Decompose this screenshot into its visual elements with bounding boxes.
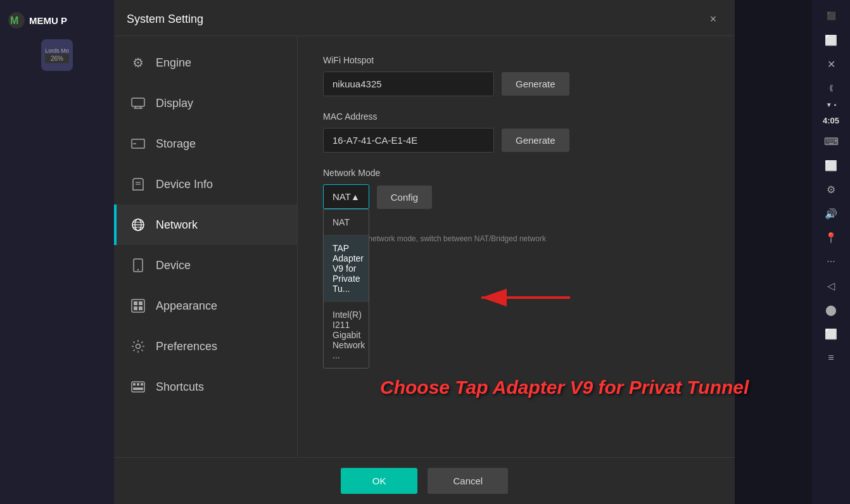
svg-point-23 bbox=[136, 344, 141, 349]
recents-button[interactable]: ⬜ bbox=[818, 323, 844, 344]
dialog-close-button[interactable]: × bbox=[704, 10, 722, 28]
download-badge: 26% bbox=[45, 54, 69, 63]
svg-rect-25 bbox=[133, 383, 136, 386]
nav-label-preferences: Preferences bbox=[156, 340, 217, 353]
generate-wifi-button[interactable]: Generate bbox=[502, 72, 569, 96]
nav-item-device[interactable]: Device bbox=[114, 245, 297, 286]
network-mode-dropdown-wrapper: NAT ▲ NAT TAP Adapter V9 for Private Tu.… bbox=[323, 184, 369, 209]
network-icon bbox=[129, 216, 147, 234]
network-mode-row: NAT ▲ NAT TAP Adapter V9 for Private Tu.… bbox=[323, 184, 709, 209]
back-button[interactable]: ◁ bbox=[818, 275, 844, 296]
nav-label-network: Network bbox=[156, 218, 198, 232]
nav-sidebar: ⚙ Engine Display Storage bbox=[114, 36, 298, 457]
nav-label-device-info: Device Info bbox=[156, 178, 213, 191]
network-mode-dropdown[interactable]: NAT ▲ bbox=[323, 184, 369, 209]
maximize-button[interactable]: ⬜ bbox=[818, 29, 844, 51]
nav-item-display[interactable]: Display bbox=[114, 83, 297, 123]
wifi-icon: ▼ bbox=[826, 101, 832, 108]
fast-forward-button[interactable]: ⟪ bbox=[818, 77, 844, 99]
right-toolbar: ⬛ ⬜ ✕ ⟪ ▼ ▪ 4:05 ⌨ ⬜ ⚙ 🔊 📍 ··· ◁ ⬤ ⬜ ≡ bbox=[812, 0, 850, 504]
dropdown-option-nat[interactable]: NAT bbox=[324, 210, 369, 236]
nav-label-shortcuts: Shortcuts bbox=[156, 381, 204, 394]
toolbar-time: 4:05 bbox=[823, 116, 839, 125]
wifi-hotspot-input[interactable] bbox=[323, 72, 494, 96]
device-info-icon bbox=[129, 175, 147, 193]
dialog-footer: OK Cancel bbox=[114, 457, 735, 504]
wifi-hotspot-label: WiFi Hotspot bbox=[323, 55, 709, 65]
app-sidebar: M MEMU P Lords Mo 26% bbox=[0, 0, 114, 504]
status-icons: ▼ ▪ bbox=[826, 101, 836, 108]
nav-label-display: Display bbox=[156, 97, 193, 110]
svg-text:M: M bbox=[10, 15, 18, 26]
more-button[interactable]: ··· bbox=[818, 251, 844, 272]
nav-item-engine[interactable]: ⚙ Engine bbox=[114, 42, 297, 83]
svg-rect-21 bbox=[134, 306, 137, 310]
dropdown-option-intel[interactable]: Intel(R) I211 Gigabit Network ... bbox=[324, 302, 369, 368]
dialog-title: System Setting bbox=[127, 13, 203, 26]
game-thumbnail[interactable]: Lords Mo 26% bbox=[41, 39, 73, 71]
device-icon bbox=[129, 256, 147, 274]
preferences-icon bbox=[129, 337, 147, 355]
network-mode-label: Network Mode bbox=[323, 168, 709, 178]
generate-mac-button[interactable]: Generate bbox=[502, 129, 569, 152]
keyboard-button[interactable]: ⌨ bbox=[818, 130, 844, 152]
svg-rect-22 bbox=[139, 306, 143, 310]
app-logo: M MEMU P bbox=[0, 6, 114, 34]
nav-label-device: Device bbox=[156, 259, 191, 272]
nav-label-storage: Storage bbox=[156, 137, 196, 151]
shortcuts-icon bbox=[129, 378, 147, 396]
nav-item-storage[interactable]: Storage bbox=[114, 123, 297, 164]
config-button[interactable]: Config bbox=[377, 186, 432, 209]
minimize-button[interactable]: ⬛ bbox=[818, 5, 844, 27]
content-area: WiFi Hotspot Generate MAC Address Genera… bbox=[298, 36, 735, 457]
mac-address-row: Generate bbox=[323, 128, 709, 153]
cancel-button[interactable]: Cancel bbox=[428, 468, 508, 494]
modal-overlay: System Setting × ⚙ Engine Display bbox=[114, 0, 812, 504]
svg-rect-20 bbox=[139, 301, 143, 305]
menu-lines-button[interactable]: ≡ bbox=[818, 347, 844, 369]
network-mode-value: NAT bbox=[333, 191, 351, 202]
nav-label-appearance: Appearance bbox=[156, 299, 217, 313]
chevron-up-icon: ▲ bbox=[351, 192, 360, 202]
dropdown-option-tap[interactable]: TAP Adapter V9 for Private Tu... bbox=[324, 236, 369, 302]
ok-button[interactable]: OK bbox=[341, 468, 418, 494]
nav-item-preferences[interactable]: Preferences bbox=[114, 326, 297, 367]
expand-button[interactable]: ⬜ bbox=[818, 154, 844, 176]
app-logo-text: MEMU P bbox=[29, 15, 67, 26]
nav-item-appearance[interactable]: Appearance bbox=[114, 286, 297, 326]
svg-rect-28 bbox=[133, 387, 143, 390]
svg-rect-27 bbox=[141, 383, 143, 386]
nav-item-network[interactable]: Network bbox=[114, 205, 297, 245]
memu-logo-icon: M bbox=[8, 11, 25, 29]
location-button[interactable]: 📍 bbox=[818, 227, 844, 248]
nav-label-engine: Engine bbox=[156, 56, 191, 70]
dialog-header: System Setting × bbox=[114, 0, 735, 36]
home-button[interactable]: ⬤ bbox=[818, 299, 844, 320]
network-mode-hint: Set emulator network mode, switch betwee… bbox=[323, 234, 709, 243]
dialog-body: ⚙ Engine Display Storage bbox=[114, 36, 735, 457]
volume-button[interactable]: 🔊 bbox=[818, 203, 844, 224]
network-mode-dropdown-list: NAT TAP Adapter V9 for Private Tu... Int… bbox=[323, 209, 369, 369]
display-icon bbox=[129, 94, 147, 112]
mac-address-label: MAC Address bbox=[323, 111, 709, 122]
svg-rect-19 bbox=[134, 301, 137, 305]
close-button[interactable]: ✕ bbox=[818, 53, 844, 75]
engine-icon: ⚙ bbox=[129, 54, 147, 72]
svg-rect-2 bbox=[132, 98, 144, 106]
nav-item-device-info[interactable]: Device Info bbox=[114, 164, 297, 205]
battery-icon: ▪ bbox=[834, 101, 837, 108]
settings-button[interactable]: ⚙ bbox=[818, 179, 844, 200]
nav-item-shortcuts[interactable]: Shortcuts bbox=[114, 367, 297, 407]
svg-point-17 bbox=[137, 269, 139, 270]
mac-address-input[interactable] bbox=[323, 128, 494, 153]
system-setting-dialog: System Setting × ⚙ Engine Display bbox=[114, 0, 735, 504]
wifi-hotspot-row: Generate bbox=[323, 72, 709, 96]
storage-icon bbox=[129, 135, 147, 153]
svg-rect-26 bbox=[137, 383, 139, 386]
appearance-icon bbox=[129, 297, 147, 315]
